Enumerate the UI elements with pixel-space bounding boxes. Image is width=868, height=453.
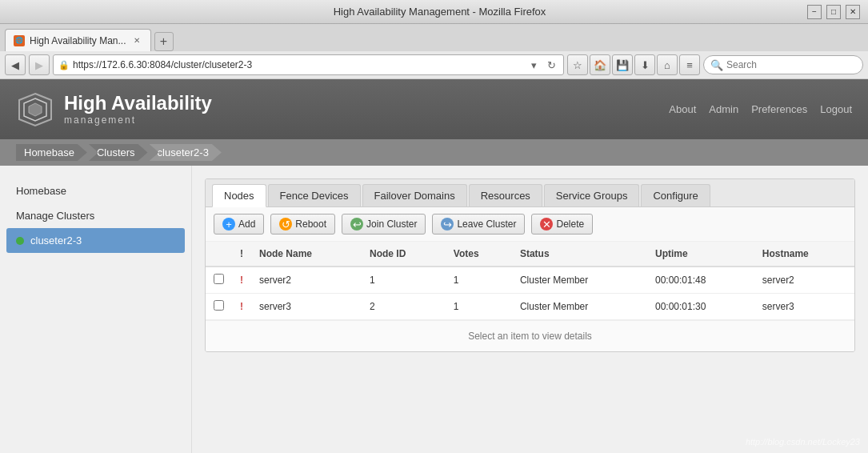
url-input[interactable] [73,59,523,70]
row-status: Cluster Member [512,294,647,320]
breadcrumb-homebase[interactable]: Homebase [16,144,87,161]
join-label: Join Cluster [366,218,417,230]
leave-cluster-button[interactable]: ↪ Leave Cluster [432,214,525,235]
preferences-link[interactable]: Preferences [751,103,807,115]
about-link[interactable]: About [669,103,696,115]
tab-label: High Availability Man... [30,35,126,46]
window-title-bar: High Availability Management - Mozilla F… [0,0,868,24]
browser-tab[interactable]: 🌐 High Availability Man... ✕ [5,29,151,51]
download-icon[interactable]: ⬇ [634,54,655,75]
home-icon[interactable]: 🏠 [590,54,610,75]
refresh-icon[interactable]: ↻ [544,58,558,72]
home-button[interactable]: ⌂ [657,54,678,75]
reboot-icon: ↺ [279,218,292,231]
tab-failover-domains[interactable]: Failover Domains [362,184,467,206]
reboot-button[interactable]: ↺ Reboot [270,214,335,235]
logout-link[interactable]: Logout [820,103,852,115]
logo-text: High Availability management [64,93,212,125]
content-area: Nodes Fence Devices Failover Domains Res… [192,166,868,453]
row-checkbox[interactable] [214,274,224,284]
delete-icon: ✕ [540,218,553,231]
content-panel: Nodes Fence Devices Failover Domains Res… [205,178,855,352]
close-button[interactable]: ✕ [846,5,860,19]
forward-button[interactable]: ▶ [29,54,50,75]
toolbar: + Add ↺ Reboot ↩ Join Cluster ↪ Leave Cl… [206,207,854,242]
main-layout: Homebase Manage Clusters cluseter2-3 Nod… [0,166,868,453]
breadcrumb-clusters[interactable]: Clusters [89,144,148,161]
url-bar: 🔒 ▾ ↻ [53,54,564,75]
nav-icons: ☆ 🏠 💾 ⬇ ⌂ ≡ [567,54,700,75]
tab-navigation: Nodes Fence Devices Failover Domains Res… [206,179,854,207]
add-button[interactable]: + Add [214,214,264,235]
bookmark-icon[interactable]: ☆ [567,54,588,75]
delete-label: Delete [556,218,584,230]
join-icon: ↩ [350,218,363,231]
table-row: ! server2 1 1 Cluster Member 00:00:01:48… [206,267,854,294]
tab-nodes[interactable]: Nodes [212,184,266,207]
row-status: Cluster Member [512,267,647,294]
logo-icon [16,90,54,129]
breadcrumb-cluster-name[interactable]: cluseter2-3 [150,144,222,161]
row-node-name: server3 [251,294,362,320]
sidebar: Homebase Manage Clusters cluseter2-3 [0,166,192,453]
minimize-button[interactable]: − [807,5,822,19]
row-node-id: 2 [362,294,446,320]
app-subtitle: management [64,114,212,126]
row-checkbox-cell[interactable] [206,267,232,294]
sidebar-homebase-label: Homebase [16,185,66,197]
col-alert: ! [232,242,251,267]
admin-link[interactable]: Admin [709,103,738,115]
col-votes: Votes [446,242,512,267]
sidebar-item-homebase[interactable]: Homebase [0,178,191,203]
window-title: High Availability Management - Mozilla F… [72,6,807,18]
tab-resources[interactable]: Resources [469,184,542,206]
col-status: Status [512,242,647,267]
col-uptime: Uptime [647,242,754,267]
add-label: Add [238,218,255,230]
sidebar-cluster-label: cluseter2-3 [30,235,82,247]
row-checkbox[interactable] [214,300,224,311]
app-wrapper: High Availability management About Admin… [0,79,868,453]
app-title: High Availability [64,93,212,114]
table-container: ! Node Name Node ID Votes Status Uptime … [206,242,854,320]
nav-bar: ◀ ▶ 🔒 ▾ ↻ ☆ 🏠 💾 ⬇ ⌂ ≡ 🔍 [0,51,868,79]
footer-watermark: http://blog.csdn.net/Lockey23 [746,437,860,447]
tab-favicon: 🌐 [14,35,25,46]
join-cluster-button[interactable]: ↩ Join Cluster [342,214,426,235]
tab-close-button[interactable]: ✕ [131,35,142,46]
leave-label: Leave Cluster [457,218,516,230]
row-alert-cell: ! [232,294,251,320]
save-icon[interactable]: 💾 [612,54,633,75]
menu-button[interactable]: ≡ [679,54,700,75]
col-node-id: Node ID [362,242,446,267]
tab-service-groups[interactable]: Service Groups [544,184,640,206]
row-alert-cell: ! [232,267,251,294]
col-hostname: Hostname [754,242,854,267]
dropdown-icon[interactable]: ▾ [526,58,541,72]
col-node-name: Node Name [251,242,362,267]
row-votes: 1 [446,267,512,294]
tab-configure[interactable]: Configure [641,184,710,206]
app-nav-links: About Admin Preferences Logout [669,103,852,115]
cluster-status-dot [16,237,24,245]
status-bar: Select an item to view details [206,320,854,351]
back-button[interactable]: ◀ [5,54,26,75]
nodes-table: ! Node Name Node ID Votes Status Uptime … [206,242,854,320]
row-node-name: server2 [251,267,362,294]
new-tab-button[interactable]: + [154,32,174,51]
col-check [206,242,232,267]
row-checkbox-cell[interactable] [206,294,232,320]
lock-icon: 🔒 [58,60,70,70]
search-input[interactable] [726,59,856,70]
row-hostname: server3 [754,294,854,320]
leave-icon: ↪ [441,218,454,231]
delete-button[interactable]: ✕ Delete [531,214,593,235]
breadcrumb: Homebase Clusters cluseter2-3 [0,139,868,166]
status-message: Select an item to view details [468,331,592,342]
reboot-label: Reboot [295,218,326,230]
window-controls: − □ ✕ [807,5,860,19]
tab-fence-devices[interactable]: Fence Devices [268,184,361,206]
restore-button[interactable]: □ [826,5,841,19]
sidebar-item-cluster[interactable]: cluseter2-3 [6,228,185,253]
sidebar-item-manage-clusters[interactable]: Manage Clusters [0,203,191,228]
